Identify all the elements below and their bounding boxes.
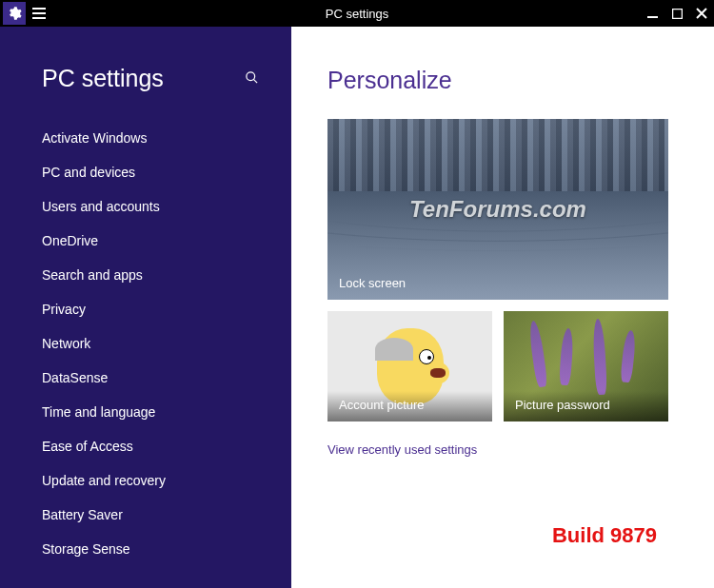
tile-label: Lock screen xyxy=(339,276,406,290)
page-title: Personalize xyxy=(327,67,678,94)
maximize-icon xyxy=(672,9,683,19)
sidebar-item-activate-windows[interactable]: Activate Windows xyxy=(0,121,291,155)
sidebar-item-label: Privacy xyxy=(42,302,86,317)
sidebar-item-storage-sense[interactable]: Storage Sense xyxy=(0,532,291,566)
minimize-button[interactable] xyxy=(640,0,664,27)
sidebar-item-search-and-apps[interactable]: Search and apps xyxy=(0,258,291,292)
sidebar-item-network[interactable]: Network xyxy=(0,326,291,361)
tile-lock-screen[interactable]: TenForums.com Lock screen xyxy=(327,119,668,300)
gear-icon xyxy=(7,6,22,21)
sidebar-item-label: Users and accounts xyxy=(42,199,160,214)
sidebar-item-label: OneDrive xyxy=(42,233,98,248)
svg-rect-4 xyxy=(672,9,682,18)
sidebar-item-label: Update and recovery xyxy=(42,473,166,488)
sidebar-header: PC settings xyxy=(0,65,291,92)
sidebar-item-ease-of-access[interactable]: Ease of Access xyxy=(0,429,291,463)
svg-line-6 xyxy=(253,79,257,83)
search-icon xyxy=(245,70,259,85)
svg-point-5 xyxy=(247,71,255,80)
sidebar-item-label: Time and language xyxy=(42,404,155,420)
sidebar-item-label: Battery Saver xyxy=(42,507,123,522)
svg-rect-3 xyxy=(647,16,658,18)
window-title: PC settings xyxy=(326,7,388,21)
sidebar-title: PC settings xyxy=(42,65,164,92)
app-gear-button[interactable] xyxy=(3,2,26,25)
tile-account-picture[interactable]: Account picture xyxy=(327,311,492,421)
maximize-button[interactable] xyxy=(664,0,689,27)
sidebar-item-users-and-accounts[interactable]: Users and accounts xyxy=(0,189,291,224)
sidebar-item-label: PC and devices xyxy=(42,165,135,180)
sidebar-item-update-and-recovery[interactable]: Update and recovery xyxy=(0,463,291,498)
sidebar-item-battery-saver[interactable]: Battery Saver xyxy=(0,498,291,532)
close-button[interactable] xyxy=(689,0,714,27)
sidebar-item-label: Network xyxy=(42,336,90,351)
close-icon xyxy=(696,8,707,19)
sidebar-item-label: Storage Sense xyxy=(42,541,130,557)
tile-label: Picture password xyxy=(515,398,610,412)
svg-rect-2 xyxy=(32,17,46,19)
build-label: Build 9879 xyxy=(552,523,657,548)
window-controls xyxy=(640,0,714,27)
sidebar: PC settings Activate Windows PC and devi… xyxy=(0,27,291,588)
sidebar-item-pc-and-devices[interactable]: PC and devices xyxy=(0,155,291,189)
tile-picture-password[interactable]: Picture password xyxy=(504,311,668,421)
svg-rect-1 xyxy=(32,12,46,14)
sidebar-item-time-and-language[interactable]: Time and language xyxy=(0,395,291,429)
minimize-icon xyxy=(647,9,658,19)
tile-label: Account picture xyxy=(339,398,425,412)
titlebar: PC settings xyxy=(0,0,714,27)
sidebar-item-privacy[interactable]: Privacy xyxy=(0,292,291,326)
sidebar-item-datasense[interactable]: DataSense xyxy=(0,361,291,395)
sidebar-item-label: DataSense xyxy=(42,370,108,385)
svg-rect-0 xyxy=(32,8,46,10)
sidebar-item-label: Activate Windows xyxy=(42,130,147,146)
sidebar-item-onedrive[interactable]: OneDrive xyxy=(0,224,291,258)
sidebar-item-label: Search and apps xyxy=(42,267,143,283)
search-button[interactable] xyxy=(245,70,259,88)
view-recent-settings-link[interactable]: View recently used settings xyxy=(327,442,477,457)
hamburger-menu[interactable] xyxy=(26,0,52,27)
hamburger-icon xyxy=(32,8,46,19)
watermark-text: TenForums.com xyxy=(409,196,586,223)
main-content: Personalize TenForums.com Lock screen Ac… xyxy=(291,27,714,588)
sidebar-item-label: Ease of Access xyxy=(42,439,133,454)
